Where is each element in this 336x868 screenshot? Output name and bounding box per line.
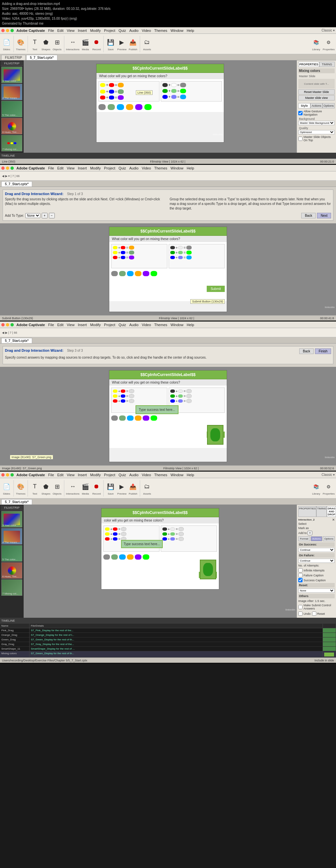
filmstrip-item-4-4[interactable]: 4 The meani... (1, 528, 22, 545)
menu-edit-1[interactable]: Edit (58, 29, 64, 32)
menu-quiz-2[interactable]: Quiz (119, 166, 126, 170)
menu-view-2[interactable]: View (67, 166, 75, 170)
menu-insert-2[interactable]: Insert (78, 166, 87, 170)
submit-button-2[interactable]: Submit (207, 286, 225, 292)
minimize-button-1[interactable] (6, 29, 9, 32)
toolbar-slides-1[interactable]: 📄 Slides (1, 37, 12, 51)
maximize-button-4[interactable] (10, 473, 14, 476)
on-success-select-4[interactable]: Continue (298, 548, 335, 552)
next-button-2[interactable]: Next (317, 213, 331, 218)
dnd-tab-dnd-4[interactable]: DRAG AND DROP (327, 506, 336, 517)
add-to-btn-4[interactable]: + (307, 531, 312, 535)
menu-themes-3[interactable]: Themes (154, 323, 167, 327)
tab-filmstrip-1[interactable]: FILMSTRIP (1, 55, 26, 60)
close-button-2[interactable] (1, 166, 5, 170)
toolbar-media-1[interactable]: 🎬 Media (80, 37, 91, 51)
background-select-1[interactable]: Master Slide Background (298, 121, 335, 125)
close-button-3[interactable] (1, 323, 5, 327)
maximize-button-1[interactable] (10, 29, 14, 32)
menu-project-4[interactable]: Project (104, 473, 115, 477)
menu-themes-4[interactable]: Themes (154, 473, 167, 477)
filmstrip-item-7[interactable]: 7 Mixing col... (1, 135, 22, 151)
master-objects-input-1[interactable] (298, 136, 303, 141)
toolbar-properties-4[interactable]: ⚙ Properties (323, 482, 335, 495)
menu-audio-3[interactable]: Audio (129, 323, 138, 327)
menu-modify-3[interactable]: Modify (90, 323, 101, 327)
toolbar-record-1[interactable]: ⏺ Record (91, 37, 102, 51)
menu-insert-3[interactable]: Insert (78, 323, 87, 327)
tab-project-4[interactable]: 5_7_Start.cptx* (1, 499, 32, 504)
menu-quiz-1[interactable]: Quiz (119, 29, 126, 32)
back-button-2[interactable]: Back (301, 213, 316, 218)
toolbar-save-4[interactable]: 💾 Save (105, 482, 116, 495)
style-tab-style-1[interactable]: Style (298, 103, 310, 108)
filmstrip-item-4-5[interactable]: 5 The color... (1, 545, 22, 562)
toolbar-text-1[interactable]: T Text (30, 37, 40, 51)
menu-modify-4[interactable]: Modify (90, 473, 101, 477)
toolbar-interactions-1[interactable]: ↔ Interactions (66, 37, 79, 51)
filmstrip-item-4-7[interactable]: 7 Mixing col... (1, 579, 22, 596)
menu-help-1[interactable]: Help (187, 29, 194, 32)
finish-button-3[interactable]: Finish (315, 348, 331, 354)
tl-row-green-4[interactable]: Green_Drag S7_Green_Display for the rest… (0, 638, 336, 642)
menu-video-4[interactable]: Video (142, 473, 151, 477)
dnd-tab-timing-4[interactable]: TIMING (316, 506, 327, 517)
toolbar-themes-1[interactable]: 🎨 Themes (15, 37, 26, 51)
menu-audio-2[interactable]: Audio (129, 166, 138, 170)
menu-view-4[interactable]: View (67, 473, 75, 477)
toolbar-slides-4[interactable]: 📄 Slides (1, 482, 12, 495)
toolbar-objects-1[interactable]: ⊞ Objects (52, 37, 62, 51)
menu-modify-1[interactable]: Modify (90, 29, 101, 32)
toolbar-library-1[interactable]: 📚 Library (311, 37, 322, 51)
on-failure-select-4[interactable]: Continue (298, 559, 335, 563)
filmstrip-item-6[interactable]: 6 Hues, Tint... (1, 118, 22, 134)
menu-project-2[interactable]: Project (104, 166, 115, 170)
menu-help-2[interactable]: Help (187, 166, 194, 170)
menu-window-2[interactable]: Window (171, 166, 183, 170)
tab-project-3[interactable]: 5_7_Start.cptx* (1, 338, 32, 343)
tl-row-smart-4[interactable]: SmartShape_11 SmartShape_Display for the… (0, 647, 336, 651)
tl-row-mixing-4[interactable]: Mixing colors S7_Green_Display for the r… (0, 651, 336, 657)
toolbar-assets-1[interactable]: 🗂 Assets (142, 37, 152, 51)
toolbar-media-4[interactable]: 🎬 Media (80, 482, 91, 495)
menu-video-1[interactable]: Video (142, 29, 151, 32)
infinite-attempts-checkbox-4[interactable] (298, 568, 303, 572)
menu-insert-1[interactable]: Insert (78, 29, 87, 32)
menu-project-1[interactable]: Project (104, 29, 115, 32)
gesture-nav-checkbox-1[interactable]: Allow Gesture Navigation (298, 110, 335, 116)
menu-file-3[interactable]: File (48, 323, 54, 327)
menu-themes-2[interactable]: Themes (154, 166, 167, 170)
toolbar-shapes-1[interactable]: ⬟ Shapes (41, 37, 51, 51)
reset-master-slide-btn-1[interactable]: Reset Master Slide (298, 89, 335, 95)
style-tab-options-1[interactable]: Options (323, 103, 335, 108)
tab-project-2[interactable]: 5_7_Start.cptx* (1, 181, 32, 187)
toolbar-properties-1[interactable]: ⚙ Properties (323, 37, 335, 51)
toolbar-themes-4[interactable]: 🎨 Themes (15, 482, 26, 495)
menu-edit-4[interactable]: Edit (58, 473, 64, 477)
toolbar-text-4[interactable]: T Text (30, 482, 40, 495)
menu-audio-4[interactable]: Audio (129, 473, 138, 477)
menu-edit-2[interactable]: Edit (58, 166, 64, 170)
options-btn-4[interactable]: Options (323, 536, 335, 541)
add-type-minus-2[interactable]: − (49, 213, 55, 218)
quality-select-1[interactable]: Optimized (298, 130, 335, 134)
filmstrip-item-4-3[interactable]: 3 Your color... (1, 511, 22, 527)
menu-help-4[interactable]: Help (187, 473, 194, 477)
panel-tab-timing-1[interactable]: TIMING (319, 62, 335, 67)
menu-video-3[interactable]: Video (142, 323, 151, 327)
toolbar-library-4[interactable]: 📚 Library (311, 482, 322, 495)
minimize-button-3[interactable] (6, 323, 9, 327)
actions-btn-4[interactable]: Actions (311, 536, 323, 541)
format-btn-4[interactable]: Format (298, 536, 310, 541)
toolbar-shapes-4[interactable]: ⬟ Shapes (41, 482, 51, 495)
menu-quiz-4[interactable]: Quiz (119, 473, 126, 477)
tl-row-orange-4[interactable]: Orange_Drag S7_Orange_Display for the re… (0, 633, 336, 638)
success-caption-checkbox-4[interactable] (298, 578, 303, 582)
menu-window-4[interactable]: Window (171, 473, 183, 477)
back-button-3[interactable]: Back (299, 348, 314, 354)
toolbar-assets-4[interactable]: 🗂 Assets (142, 482, 152, 495)
toolbar-publish-4[interactable]: 📤 Publish (128, 482, 138, 495)
menu-help-3[interactable]: Help (187, 323, 194, 327)
toolbar-record-4[interactable]: ⏺ Record (91, 482, 102, 495)
style-tab-actions-1[interactable]: Actions (310, 103, 323, 108)
